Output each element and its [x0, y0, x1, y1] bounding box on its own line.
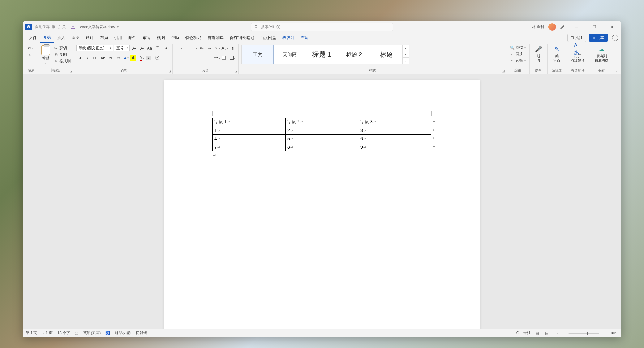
style-nospacing[interactable]: 无间隔	[274, 45, 306, 64]
status-words[interactable]: 18 个字	[58, 330, 70, 336]
menu-references[interactable]: 引用	[111, 33, 125, 42]
text-effects-button[interactable]: A	[123, 54, 130, 61]
menu-file[interactable]: 文件	[26, 33, 40, 42]
clipboard-launcher-icon[interactable]: ◢	[70, 69, 72, 73]
maximize-button[interactable]: ☐	[587, 22, 601, 32]
share-button[interactable]: ⇪共享	[589, 34, 608, 42]
menu-help[interactable]: 帮助	[168, 33, 182, 42]
multilevel-button[interactable]	[191, 45, 197, 51]
align-distributed-button[interactable]	[206, 54, 213, 61]
table-cell[interactable]: 3↵	[358, 126, 431, 135]
undo-button[interactable]: ↶▾	[28, 46, 33, 51]
copy-button[interactable]: ⎘复制	[53, 52, 71, 58]
show-marks-button[interactable]: ¶	[229, 45, 236, 51]
change-case-button[interactable]: Aa	[147, 45, 154, 51]
shading-button[interactable]	[221, 54, 228, 61]
borders-button[interactable]	[229, 54, 236, 61]
asian-layout-button[interactable]: ✕	[214, 45, 221, 51]
menu-table-layout[interactable]: 布局	[298, 33, 312, 42]
select-button[interactable]: ↖选择▾	[509, 58, 527, 63]
menu-mailings[interactable]: 邮件	[125, 33, 140, 42]
align-right-button[interactable]	[191, 54, 197, 61]
strikethrough-button[interactable]: ab	[100, 54, 106, 61]
dictate-button[interactable]: 🎤听写	[532, 45, 545, 63]
menu-layout[interactable]: 布局	[97, 33, 111, 42]
document-filename[interactable]: word文字转表格.docx▾	[80, 24, 119, 30]
sort-button[interactable]: A↓	[221, 45, 228, 51]
redo-button[interactable]: ↷	[28, 53, 33, 58]
bold-button[interactable]: B	[76, 54, 83, 61]
align-center-button[interactable]	[183, 54, 190, 61]
translate-button[interactable]: Aあ打开有道翻译	[569, 45, 587, 63]
italic-button[interactable]: I	[84, 54, 91, 61]
line-spacing-button[interactable]: ‡≡	[214, 54, 221, 61]
replace-button[interactable]: ↔替换	[509, 51, 527, 57]
underline-button[interactable]: U	[92, 54, 99, 61]
table-cell[interactable]: 字段 3↵	[358, 118, 431, 126]
document-table[interactable]: 字段 1↵ 字段 2↵ 字段 3↵ 1↵ 2↵ 3↵ 4↵ 5↵ 6↵ 7↵ 8…	[212, 118, 431, 151]
cut-button[interactable]: ✂剪切	[53, 45, 71, 51]
menu-baidu[interactable]: 百度网盘	[257, 33, 279, 42]
font-size-select[interactable]: 五号	[114, 45, 130, 51]
bullets-button[interactable]	[175, 45, 182, 51]
char-shading-button[interactable]: A	[146, 54, 153, 61]
styles-gallery[interactable]: 正文 无间隔 标题 1 标题 2 标题 ▴▾⌄	[241, 45, 409, 64]
grow-font-button[interactable]: A▴	[131, 45, 138, 51]
menu-insert[interactable]: 插入	[54, 33, 68, 42]
table-row[interactable]: 字段 1↵ 字段 2↵ 字段 3↵	[213, 118, 431, 126]
table-cell[interactable]: 字段 1↵	[213, 118, 286, 126]
subscript-button[interactable]: x2	[107, 54, 114, 61]
minimize-button[interactable]: ─	[569, 22, 583, 32]
paragraph-launcher-icon[interactable]: ◢	[235, 69, 237, 73]
menu-review[interactable]: 审阅	[140, 33, 154, 42]
styles-launcher-icon[interactable]: ◢	[502, 69, 505, 73]
toggle-icon[interactable]	[52, 25, 60, 29]
save-icon[interactable]	[70, 24, 76, 30]
table-cell[interactable]: 6↵	[358, 135, 431, 143]
table-row[interactable]: 4↵ 5↵ 6↵	[213, 135, 431, 143]
zoom-level[interactable]: 130%	[609, 331, 618, 335]
table-cell[interactable]: 4↵	[213, 135, 286, 143]
increase-indent-button[interactable]: ⇥	[206, 45, 213, 51]
enclose-char-button[interactable]: 字	[154, 54, 161, 61]
status-page[interactable]: 第 1 页，共 1 页	[26, 330, 53, 336]
document-area[interactable]: 字段 1↵ 字段 2↵ 字段 3↵ 1↵ 2↵ 3↵ 4↵ 5↵ 6↵ 7↵ 8…	[23, 74, 621, 329]
status-accessibility[interactable]: 辅助功能: 一切就绪	[115, 330, 147, 336]
menu-cloudnote[interactable]: 保存到云笔记	[227, 33, 257, 42]
table-cell[interactable]: 2↵	[286, 126, 358, 135]
decrease-indent-button[interactable]: ⇤	[198, 45, 205, 51]
menu-design[interactable]: 设计	[83, 33, 97, 42]
zoom-out-button[interactable]: −	[562, 331, 565, 335]
menu-features[interactable]: 特色功能	[182, 33, 204, 42]
comments-button[interactable]: ☐批注	[567, 34, 586, 42]
ribbon-collapse-button[interactable]: ⌄	[613, 44, 619, 74]
align-justify-button[interactable]	[198, 54, 205, 61]
numbering-button[interactable]	[183, 45, 190, 51]
status-focus[interactable]: 专注	[523, 330, 531, 336]
format-painter-button[interactable]: ✎格式刷	[53, 58, 71, 64]
table-cell[interactable]: 7↵	[213, 143, 286, 151]
view-print-button[interactable]: ▤	[544, 331, 549, 336]
styles-scroll[interactable]: ▴▾⌄	[402, 45, 409, 64]
table-cell[interactable]: 1↵	[213, 126, 286, 135]
font-launcher-icon[interactable]: ◢	[169, 69, 171, 73]
paste-button[interactable]: 粘贴 ▾	[40, 45, 52, 65]
highlight-button[interactable]: ab	[131, 54, 137, 61]
superscript-button[interactable]: x2	[115, 54, 122, 61]
zoom-slider[interactable]	[568, 333, 599, 334]
table-cell[interactable]: 8↵	[286, 143, 358, 151]
shrink-font-button[interactable]: A▾	[139, 45, 146, 51]
feedback-icon[interactable]	[612, 35, 618, 41]
pen-icon[interactable]	[560, 24, 565, 29]
style-title[interactable]: 标题	[370, 45, 402, 64]
menu-draw[interactable]: 绘图	[68, 33, 83, 42]
phonetic-guide-button[interactable]: ᵂ	[155, 45, 162, 51]
font-name-select[interactable]: 等线 (西文正文)	[76, 45, 113, 51]
style-normal[interactable]: 正文	[242, 45, 274, 64]
style-heading2[interactable]: 标题 2	[338, 45, 370, 64]
find-button[interactable]: 🔍查找▾	[509, 45, 527, 50]
username[interactable]: 林 道利	[532, 24, 544, 30]
table-row[interactable]: 1↵ 2↵ 3↵	[213, 126, 431, 135]
menu-table-design[interactable]: 表设计	[279, 33, 298, 42]
zoom-in-button[interactable]: +	[603, 331, 605, 335]
